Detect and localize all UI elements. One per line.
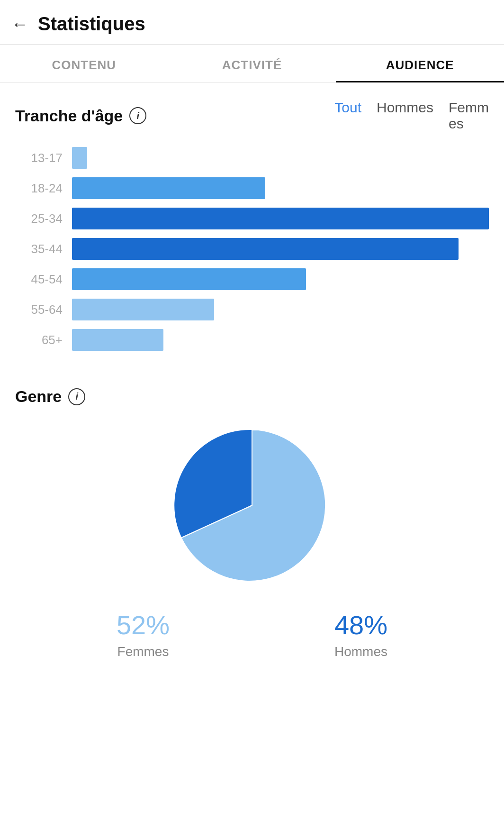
femmes-legend-item: 52% Femmes: [117, 610, 170, 659]
back-button[interactable]: ←: [11, 16, 28, 33]
bar-fill: [72, 268, 306, 290]
bar-fill: [72, 147, 87, 169]
bar-label: 35-44: [20, 242, 63, 256]
pie-chart: [171, 425, 333, 586]
bar-row: 13-17: [20, 147, 489, 169]
bar-track: [72, 268, 489, 290]
bar-row: 35-44: [20, 238, 489, 260]
genre-section: Genre i 52% Femmes 48% Hommes: [0, 370, 504, 688]
filter-femmes[interactable]: Femmes: [449, 100, 489, 132]
hommes-label: Hommes: [334, 644, 387, 659]
hommes-percentage: 48%: [334, 610, 387, 640]
filter-hommes[interactable]: Hommes: [377, 100, 433, 132]
header: ← Statistiques: [0, 0, 504, 45]
bar-fill: [72, 208, 489, 229]
tab-activite[interactable]: ACTIVITÉ: [168, 45, 336, 82]
genre-section-title: Genre: [15, 387, 62, 406]
filter-tout[interactable]: Tout: [334, 100, 361, 132]
age-bar-chart: 13-1718-2425-3435-4445-5455-6465+: [15, 147, 489, 351]
tab-contenu[interactable]: CONTENU: [0, 45, 168, 82]
tab-audience[interactable]: AUDIENCE: [336, 45, 504, 82]
bar-track: [72, 177, 489, 199]
genre-info-icon[interactable]: i: [68, 388, 85, 405]
age-section-title: Tranche d'âge: [15, 107, 123, 125]
bar-row: 25-34: [20, 208, 489, 229]
bar-row: 55-64: [20, 299, 489, 320]
bar-row: 65+: [20, 329, 489, 351]
bar-label: 65+: [20, 333, 63, 347]
bar-label: 13-17: [20, 151, 63, 165]
bar-label: 55-64: [20, 302, 63, 317]
gender-legend: 52% Femmes 48% Hommes: [15, 610, 489, 659]
bar-track: [72, 299, 489, 320]
femmes-label: Femmes: [117, 644, 169, 659]
page-title: Statistiques: [38, 13, 145, 35]
age-section: Tranche d'âge i Tout Hommes Femmes 13-17…: [0, 82, 504, 370]
age-filter-tabs: Tout Hommes Femmes: [334, 100, 489, 132]
pie-chart-container: [15, 425, 489, 586]
hommes-legend-item: 48% Hommes: [334, 610, 387, 659]
bar-track: [72, 208, 489, 229]
bar-track: [72, 147, 489, 169]
bar-track: [72, 329, 489, 351]
bar-fill: [72, 238, 459, 260]
bar-fill: [72, 177, 265, 199]
bar-label: 18-24: [20, 181, 63, 196]
bar-label: 25-34: [20, 211, 63, 226]
genre-section-header: Genre i: [15, 387, 489, 406]
bar-row: 18-24: [20, 177, 489, 199]
bar-fill: [72, 329, 163, 351]
bar-track: [72, 238, 489, 260]
femmes-percentage: 52%: [117, 610, 170, 640]
bar-row: 45-54: [20, 268, 489, 290]
age-info-icon[interactable]: i: [129, 107, 146, 124]
tab-bar: CONTENU ACTIVITÉ AUDIENCE: [0, 45, 504, 82]
age-section-header: Tranche d'âge i Tout Hommes Femmes: [15, 100, 489, 132]
bar-label: 45-54: [20, 272, 63, 287]
bar-fill: [72, 299, 214, 320]
